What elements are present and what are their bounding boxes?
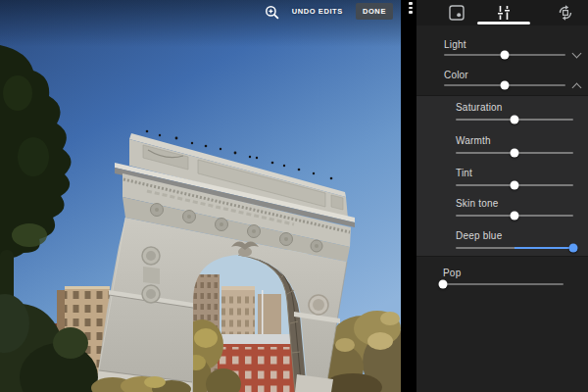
slider-label: Skin tone bbox=[456, 198, 499, 209]
color-subpanel: Saturation Warmth Tint bbox=[416, 95, 588, 257]
pop-slider-track[interactable] bbox=[443, 283, 564, 285]
slider-fill bbox=[514, 247, 573, 249]
saturation-slider-handle[interactable] bbox=[511, 116, 519, 124]
color-slider-handle[interactable] bbox=[501, 81, 510, 90]
photo-panel-divider bbox=[401, 0, 416, 392]
tab-adjust[interactable] bbox=[492, 3, 515, 23]
slider-row-pop: Pop bbox=[443, 268, 564, 295]
pop-slider-handle[interactable] bbox=[439, 280, 448, 289]
light-slider-handle[interactable] bbox=[501, 51, 510, 60]
panel-tab-bar bbox=[416, 0, 588, 25]
washington-arch-photo bbox=[0, 0, 401, 392]
slider-label: Tint bbox=[456, 168, 472, 178]
deep-blue-slider-handle[interactable] bbox=[569, 244, 578, 253]
slider-label: Pop bbox=[443, 268, 461, 278]
skin-tone-slider-track[interactable] bbox=[456, 215, 573, 217]
slider-row-saturation: Saturation bbox=[456, 102, 573, 129]
saturation-slider-track[interactable] bbox=[456, 119, 573, 121]
deep-blue-slider-track[interactable] bbox=[456, 247, 573, 249]
slider-row-light: Light bbox=[444, 39, 588, 65]
photo-editor-window: UNDO EDITS DONE bbox=[0, 0, 588, 392]
tint-slider-track[interactable] bbox=[456, 184, 573, 186]
slider-row-skin-tone: Skin tone bbox=[456, 198, 573, 225]
color-slider-track[interactable] bbox=[444, 84, 565, 86]
slider-row-color: Color bbox=[444, 70, 588, 95]
tab-crop-rotate[interactable] bbox=[554, 3, 577, 23]
edit-panel: Light Color Saturation bbox=[416, 0, 588, 392]
crop-rotate-icon bbox=[556, 3, 575, 23]
chevron-up-icon[interactable] bbox=[572, 83, 580, 91]
slider-row-warmth: Warmth bbox=[456, 135, 573, 163]
chevron-down-icon[interactable] bbox=[572, 49, 580, 57]
done-button[interactable]: DONE bbox=[356, 3, 393, 20]
photo-canvas[interactable]: UNDO EDITS DONE bbox=[0, 0, 401, 392]
zoom-in-icon[interactable] bbox=[264, 4, 279, 20]
undo-edits-button[interactable]: UNDO EDITS bbox=[292, 7, 343, 16]
light-slider-track[interactable] bbox=[444, 54, 565, 56]
panel-scrollbar-dots[interactable] bbox=[409, 2, 413, 16]
tint-slider-handle[interactable] bbox=[511, 181, 519, 190]
slider-label: Deep blue bbox=[456, 230, 502, 241]
tab-filters[interactable] bbox=[445, 3, 468, 23]
skin-tone-slider-handle[interactable] bbox=[511, 212, 519, 220]
photo-filter-icon bbox=[447, 3, 466, 23]
slider-label: Light bbox=[444, 39, 466, 50]
slider-row-tint: Tint bbox=[456, 168, 573, 195]
photo-toolbar: UNDO EDITS DONE bbox=[0, 2, 401, 21]
active-tab-underline bbox=[477, 22, 530, 24]
warmth-slider-handle[interactable] bbox=[511, 149, 519, 158]
tune-sliders-icon bbox=[494, 3, 514, 23]
slider-label: Saturation bbox=[456, 102, 503, 113]
warmth-slider-track[interactable] bbox=[456, 152, 573, 154]
slider-row-deep-blue: Deep blue bbox=[456, 230, 573, 258]
slider-label: Warmth bbox=[456, 135, 491, 146]
slider-label: Color bbox=[444, 70, 468, 80]
